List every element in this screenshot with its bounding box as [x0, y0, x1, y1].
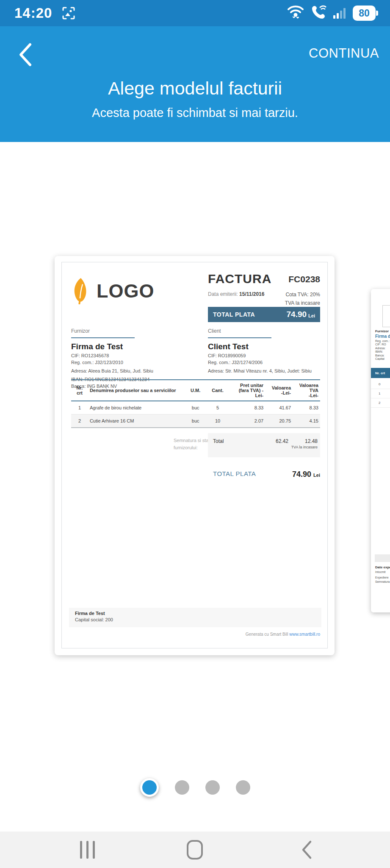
next-line: Adresa: [375, 347, 390, 350]
home-button[interactable] [176, 832, 214, 868]
battery-icon: 80 [353, 6, 376, 21]
supplier-cif: CIF: RO12345678 [71, 353, 198, 358]
status-bar: 14:20 [0, 0, 390, 26]
logo-text: LOGO [97, 280, 155, 302]
invoice-logo: LOGO [71, 276, 155, 306]
next-footer-line: Semnatura [375, 580, 390, 583]
wifi-calling-icon [310, 4, 326, 22]
invoice-vat-info: Cota TVA: 20% TVA la incasare [285, 290, 320, 307]
total-vat-note: TVA la incasare [291, 445, 318, 449]
pager-dot-1-active[interactable] [140, 778, 159, 797]
total-plata-bar: TOTAL PLATA 74.90 Lei [208, 307, 320, 322]
continue-button[interactable]: CONTINUA [309, 46, 379, 61]
total-bar-label: TOTAL PLATA [213, 311, 255, 318]
col-value: Valoarea -Lei- [265, 380, 293, 401]
footer-company: Firma de Test [75, 611, 321, 616]
table-header-row: Nr. crt Denumirea produselor sau a servi… [71, 380, 320, 401]
page-subtitle: Acesta poate fi schimbat si mai tarziu. [0, 106, 390, 120]
smartbill-link[interactable]: www.smartbill.ro [289, 632, 320, 637]
generated-line: Generata cu Smart Bill www.smartbill.ro [246, 632, 320, 637]
table-row: 1 Agrafe de birou nichelate buc 5 8.33 4… [71, 401, 320, 415]
next-line: IBAN: [375, 350, 390, 353]
home-icon [187, 840, 203, 860]
supplier-name: Firma de Test [71, 342, 198, 351]
invoice-items-table: Nr. crt Denumirea produselor sau a servi… [71, 379, 320, 428]
totals-box: Total 62.42 12.48 TVA la incasare [208, 433, 320, 457]
next-supplier-label: Furnizor [375, 329, 390, 333]
pager-dot-3[interactable] [205, 780, 220, 795]
leaf-logo-icon [71, 276, 93, 306]
supplier-address: Adresa: Aleea Buia 21, Sibiu, Jud. Sibiu [71, 368, 198, 373]
screenshot-icon [61, 6, 76, 20]
invoice-page: LOGO FACTURA FC0238 Data emiterii: 15/11… [61, 262, 328, 648]
nav-back-button[interactable] [288, 832, 326, 868]
client-block: Client Client Test CIF: RO18990059 Reg. … [208, 328, 328, 373]
pager-dot-4[interactable] [236, 780, 250, 795]
next-footer-line: Expediere [375, 576, 390, 579]
vat-note: TVA la incasare [285, 299, 320, 307]
client-reg: Reg. com.: J32/1274/2006 [208, 360, 328, 365]
total-bar-currency: Lei [308, 311, 315, 318]
invoice-title: FACTURA [208, 272, 271, 286]
battery-percent: 80 [359, 8, 370, 19]
col-unit-price: Pret unitar (fara TVA) -Lei- [229, 380, 265, 401]
next-footer-band [375, 554, 390, 562]
nav-back-icon [301, 840, 313, 860]
next-line: Reg. com.: [375, 339, 390, 342]
back-button[interactable] [13, 40, 38, 70]
clock: 14:20 [14, 5, 52, 21]
invoice-date: Data emiterii: 15/11/2016 [208, 291, 264, 297]
client-name: Client Test [208, 342, 328, 351]
supplier-label: Furnizor [71, 328, 198, 337]
template-pager [0, 778, 390, 797]
total-bar-amount: 74.90 [287, 310, 307, 319]
col-um: U.M. [185, 380, 206, 401]
next-supplier-name: Firma de Test [375, 334, 390, 339]
android-nav-bar [0, 832, 390, 868]
col-nr: Nr. crt [71, 380, 88, 401]
client-address: Adresa: Str. Mihai Viteazu nr. 4, Sibiu,… [208, 368, 328, 373]
col-qty: Cant. [206, 380, 230, 401]
next-table-header: Nr. crt [371, 368, 390, 378]
client-label: Client [208, 328, 328, 337]
recents-icon [80, 841, 95, 859]
wifi-icon [287, 4, 304, 22]
invoice-footer: Firma de Test Capital social: 200 [69, 608, 321, 627]
supplier-reg: Reg. com.: J32/123/2010 [71, 360, 198, 365]
vat-rate: Cota TVA: 20% [285, 290, 320, 299]
next-line: Banca: [375, 354, 390, 357]
next-table-row: 1 [371, 389, 390, 398]
grand-total-label: TOTAL PLATA [213, 470, 256, 477]
next-template-logo-box [382, 305, 390, 327]
next-table-row: 0 [371, 380, 390, 389]
client-cif: CIF: RO18990059 [208, 353, 328, 358]
table-row: 2 Cutie Arhivare 16 CM buc 10 2.07 20.75… [71, 415, 320, 428]
next-line: CIF: RO [375, 343, 390, 346]
col-name: Denumirea produselor sau a serviciilor [88, 380, 185, 401]
next-line: Capital [375, 357, 390, 360]
invoice-template-card[interactable]: LOGO FACTURA FC0238 Data emiterii: 15/11… [55, 256, 335, 655]
total-label: Total [213, 438, 224, 444]
page-title: Alege modelul facturii [0, 78, 390, 99]
grand-total-amount: 74.90 Lei [292, 470, 320, 479]
next-footer-title: Date expeditie [375, 565, 390, 569]
next-template-card[interactable]: Furnizor Firma de Test Reg. com.: CIF: R… [371, 289, 390, 612]
footer-capital: Capital social: 200 [75, 617, 321, 622]
supplier-rule [71, 337, 135, 338]
recents-button[interactable] [68, 832, 106, 868]
total-vat: 12.48 TVA la incasare [291, 438, 318, 449]
screen: 14:20 [0, 0, 390, 868]
invoice-number: FC0238 [288, 274, 320, 284]
app-bar: CONTINUA Alege modelul facturii Acesta p… [0, 26, 390, 142]
col-vat: Valoarea TVA -Lei- [293, 380, 320, 401]
pager-dot-2[interactable] [175, 780, 189, 795]
next-table-row: 2 [371, 398, 390, 408]
next-footer-line: Intocmit [375, 570, 390, 573]
grand-total-row: TOTAL PLATA 74.90 Lei [208, 470, 320, 479]
grand-total-currency: Lei [313, 473, 320, 478]
client-rule [208, 337, 271, 338]
signal-strength-icon [332, 5, 347, 21]
total-value: 62.42 [276, 438, 288, 444]
